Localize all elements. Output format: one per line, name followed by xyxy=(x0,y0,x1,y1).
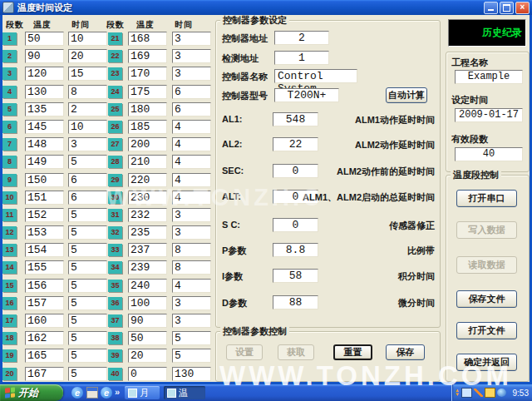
time-input[interactable]: 5 xyxy=(68,279,107,293)
write-data-button[interactable]: 写入数据 xyxy=(456,221,517,239)
field-input[interactable]: 2 xyxy=(274,31,329,45)
field-input[interactable]: 1 xyxy=(274,51,329,65)
pencil-tray-icon[interactable] xyxy=(474,389,483,397)
tray-expand-icon[interactable]: ▲▼ xyxy=(455,389,460,397)
temperature-input[interactable]: 152 xyxy=(25,208,64,222)
temperature-input[interactable]: 145 xyxy=(25,120,64,134)
temperature-input[interactable]: 0 xyxy=(128,367,167,381)
time-input[interactable]: 5 xyxy=(172,331,211,345)
temperature-input[interactable]: 130 xyxy=(25,85,64,99)
set-button[interactable]: 设置 xyxy=(226,344,263,360)
time-input[interactable]: 6 xyxy=(68,191,107,205)
temperature-input[interactable]: 240 xyxy=(128,279,167,293)
taskbar-task-button[interactable]: 月 xyxy=(125,386,160,399)
get-button[interactable]: 获取 xyxy=(278,344,314,360)
temperature-input[interactable]: 155 xyxy=(25,260,64,275)
time-input[interactable]: 15 xyxy=(68,67,107,81)
time-input[interactable]: 8 xyxy=(172,243,211,257)
read-data-button[interactable]: 读取数据 xyxy=(456,256,517,274)
time-input[interactable]: 3 xyxy=(172,225,211,240)
time-input[interactable]: 4 xyxy=(172,120,211,134)
time-input[interactable]: 3 xyxy=(172,208,211,222)
time-input[interactable]: 4 xyxy=(172,173,211,187)
temperature-input[interactable]: 169 xyxy=(128,49,167,63)
valid-segments-input[interactable]: 40 xyxy=(455,147,523,161)
time-input[interactable]: 8 xyxy=(68,85,107,99)
time-input[interactable]: 20 xyxy=(68,49,107,63)
taskbar-task-button-active[interactable]: 温 xyxy=(164,386,205,399)
time-input[interactable]: 5 xyxy=(68,349,107,363)
minimize-button[interactable] xyxy=(484,2,498,14)
temperature-input[interactable]: 180 xyxy=(128,102,167,116)
time-input[interactable]: 5 xyxy=(68,260,107,275)
open-serial-button[interactable]: 打开串口 xyxy=(456,190,517,207)
display-tray-icon[interactable] xyxy=(461,388,472,398)
time-input[interactable]: 5 xyxy=(68,296,107,310)
time-input[interactable]: 5 xyxy=(68,314,107,328)
time-input[interactable]: 3 xyxy=(172,67,211,81)
temperature-input[interactable]: 175 xyxy=(128,85,167,99)
time-input[interactable]: 5 xyxy=(68,208,107,222)
time-input[interactable]: 4 xyxy=(172,191,211,205)
ie-icon[interactable]: e xyxy=(71,387,83,399)
temperature-input[interactable]: 150 xyxy=(25,173,64,187)
temperature-input[interactable]: 157 xyxy=(25,296,64,310)
time-input[interactable]: 5 xyxy=(68,331,107,345)
quicklaunch-overflow-chevron[interactable]: » xyxy=(115,387,120,397)
set-time-input[interactable]: 2009-01-17 xyxy=(455,108,523,122)
time-input[interactable]: 3 xyxy=(172,32,211,46)
temperature-input[interactable]: 153 xyxy=(25,225,64,240)
card-tray-icon[interactable] xyxy=(485,388,495,398)
temperature-input[interactable]: 210 xyxy=(128,155,167,169)
time-input[interactable]: 4 xyxy=(172,279,211,293)
field-input[interactable]: T200N+ xyxy=(274,88,339,102)
temperature-input[interactable]: 170 xyxy=(128,67,167,81)
temperature-input[interactable]: 239 xyxy=(128,260,167,275)
temperature-input[interactable]: 90 xyxy=(128,314,167,328)
field-input[interactable]: Control System xyxy=(274,69,357,83)
time-input[interactable]: 10 xyxy=(68,32,107,46)
temperature-input[interactable]: 154 xyxy=(25,243,64,257)
project-name-input[interactable]: Example xyxy=(455,70,523,84)
window-quicklaunch-icon[interactable] xyxy=(86,387,98,399)
temperature-input[interactable]: 200 xyxy=(128,137,167,151)
start-button[interactable]: 开始 xyxy=(0,384,63,401)
temperature-input[interactable]: 100 xyxy=(128,296,167,310)
temperature-input[interactable]: 167 xyxy=(25,367,64,381)
time-input[interactable]: 2 xyxy=(68,102,107,116)
time-input[interactable]: 3 xyxy=(172,314,211,328)
time-input[interactable]: 4 xyxy=(172,155,211,169)
time-input[interactable]: 6 xyxy=(172,102,211,116)
close-button[interactable]: × xyxy=(515,2,530,14)
reset-button[interactable]: 重置 xyxy=(333,344,372,360)
temperature-input[interactable]: 120 xyxy=(25,67,64,81)
time-input[interactable]: 3 xyxy=(172,49,211,63)
open-file-button[interactable]: 打开文件 xyxy=(456,322,517,339)
time-input[interactable]: 5 xyxy=(68,155,107,169)
temperature-input[interactable]: 156 xyxy=(25,279,64,293)
time-input[interactable]: 3 xyxy=(68,137,107,151)
temperature-input[interactable]: 165 xyxy=(25,349,64,363)
auto-calc-button[interactable]: 自动计算 xyxy=(386,87,427,103)
temperature-input[interactable]: 220 xyxy=(128,173,167,187)
time-input[interactable]: 130 xyxy=(172,367,211,381)
temperature-input[interactable]: 135 xyxy=(25,102,64,116)
confirm-return-button[interactable]: 确定并返回 xyxy=(456,354,517,371)
temperature-input[interactable]: 50 xyxy=(128,331,167,345)
temperature-input[interactable]: 90 xyxy=(25,49,64,63)
temperature-input[interactable]: 151 xyxy=(25,191,64,205)
temperature-input[interactable]: 162 xyxy=(25,331,64,345)
network-tray-icon[interactable] xyxy=(497,389,506,397)
maximize-button[interactable] xyxy=(500,2,514,14)
temperature-input[interactable]: 50 xyxy=(25,32,64,46)
time-input[interactable]: 6 xyxy=(172,85,211,99)
temperature-input[interactable]: 185 xyxy=(128,120,167,134)
time-input[interactable]: 5 xyxy=(172,349,211,363)
temperature-input[interactable]: 148 xyxy=(25,137,64,151)
temperature-input[interactable]: 235 xyxy=(128,225,167,240)
time-input[interactable]: 5 xyxy=(68,243,107,257)
save-file-button[interactable]: 保存文件 xyxy=(456,290,517,308)
time-input[interactable]: 5 xyxy=(68,367,107,381)
time-input[interactable]: 3 xyxy=(172,296,211,310)
temperature-input[interactable]: 168 xyxy=(128,32,167,46)
